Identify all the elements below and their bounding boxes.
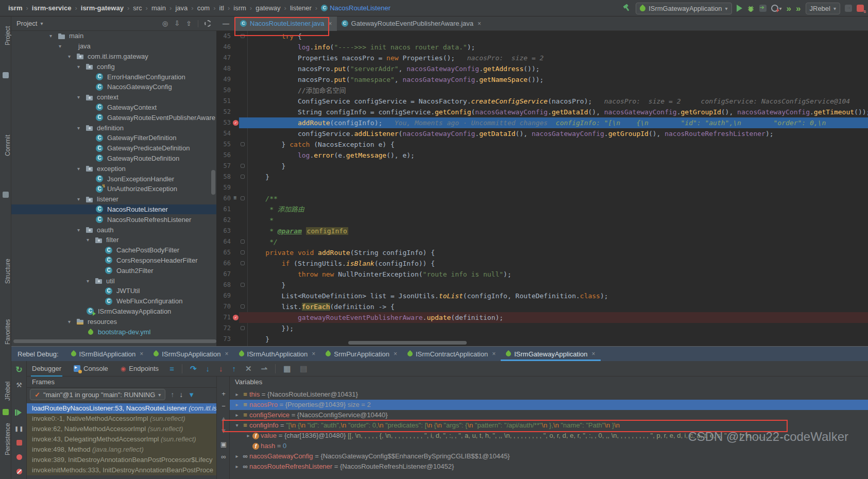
run-to-cursor-icon[interactable]: ⇀	[258, 364, 271, 373]
line-number[interactable]: 46	[216, 42, 231, 53]
line-number[interactable]: 73	[216, 334, 231, 345]
stack-frame-row[interactable]: invoke0:-1, NativeMethodAccessorImpl (su…	[27, 414, 216, 424]
mute-breakpoints-icon[interactable]	[15, 467, 23, 475]
fold-marker-icon[interactable]	[241, 283, 245, 287]
breadcrumb-item[interactable]: isrm	[7, 4, 23, 12]
stop-icon[interactable]	[15, 438, 23, 447]
breadcrumb-item[interactable]: com	[196, 4, 211, 12]
tree-item[interactable]: CJsonExceptionHandler	[11, 174, 216, 184]
watch-return-values-icon[interactable]: ∞	[217, 453, 230, 460]
expand-all-icon[interactable]: ⇩	[174, 20, 180, 27]
line-number[interactable]: 71	[216, 312, 231, 323]
thread-select[interactable]: ✓ "main"@1 in group "main": RUNNING ▾	[30, 389, 165, 400]
layout-menu-icon[interactable]: ≡	[166, 364, 178, 373]
tree-item[interactable]: CNacosRouteListener	[11, 204, 216, 215]
stripe-favorites[interactable]: Favorites	[0, 315, 11, 348]
move-up-icon[interactable]: ▲	[217, 415, 230, 422]
expander-icon[interactable]: ▸	[244, 431, 252, 441]
drop-frame-icon[interactable]: ✕	[242, 364, 256, 373]
variable-row[interactable]: ▸≡nacosPro = {Properties@10439} size = 2	[230, 400, 868, 410]
tree-item[interactable]: ▾java	[11, 41, 216, 52]
build-hammer-icon[interactable]	[623, 4, 631, 12]
line-number[interactable]: 48	[216, 63, 231, 74]
line-number[interactable]: 50	[216, 85, 231, 96]
breakpoint-icon[interactable]: ✓	[233, 315, 239, 320]
jrebel-run-icon[interactable]: »	[787, 4, 791, 13]
move-down-icon[interactable]: ▼	[217, 427, 230, 435]
tree-item[interactable]: CGatewayRouteDefinition	[11, 153, 216, 164]
stripe-jrebel[interactable]: JRebel	[0, 377, 11, 405]
breakpoint-icon[interactable]: ✓	[233, 120, 239, 126]
project-panel-title[interactable]: Project	[16, 20, 37, 27]
breadcrumb-item[interactable]: isrm-gateway	[80, 4, 125, 12]
remove-watch-icon[interactable]: −	[217, 402, 230, 410]
line-number[interactable]: 58	[216, 172, 231, 182]
fold-marker-icon[interactable]	[241, 304, 245, 309]
line-number[interactable]: 60	[216, 193, 231, 204]
tree-item[interactable]: ▾config	[11, 61, 216, 72]
fold-marker-icon[interactable]	[241, 175, 245, 179]
line-number[interactable]: 63	[216, 226, 231, 236]
variable-row[interactable]: ▾≡configInfo = "[\n {\n "id": "auth",\n …	[230, 420, 868, 431]
step-over-icon[interactable]: ↷	[186, 364, 200, 373]
tree-item[interactable]: CGatewayContext	[11, 102, 216, 113]
line-number[interactable]: 66	[216, 258, 231, 269]
tree-item[interactable]: CCachePostBodyFilter	[11, 245, 216, 255]
prev-frame-icon[interactable]: ↑	[171, 390, 174, 399]
tree-item[interactable]: CGatewayFilterDefinition	[11, 133, 216, 143]
tree-item[interactable]: ▾context	[11, 92, 216, 102]
pause-icon[interactable]	[15, 424, 23, 432]
close-icon[interactable]: ×	[312, 350, 315, 357]
tree-item[interactable]: CWebFluxConfiguration	[11, 296, 216, 306]
close-icon[interactable]: ×	[140, 350, 143, 357]
hide-panel-icon[interactable]: —	[216, 20, 235, 27]
breadcrumb-item[interactable]: isrm-service	[31, 4, 73, 12]
variable-row[interactable]: ▸≡configService = {NacosConfigService@10…	[230, 410, 868, 420]
fold-marker-icon[interactable]	[241, 142, 245, 146]
expander-icon[interactable]: ▸	[233, 451, 241, 461]
evaluate-expression-icon[interactable]: ▦	[280, 364, 294, 373]
debug-session-tab[interactable]: ISrmGatewayApplication×	[501, 347, 600, 361]
line-number[interactable]: 53	[216, 117, 231, 128]
close-icon[interactable]: ×	[394, 350, 397, 357]
collapse-all-icon[interactable]: ⇧	[186, 20, 192, 27]
filter-frames-icon[interactable]: ▼	[188, 391, 195, 399]
line-number[interactable]: 68	[216, 280, 231, 290]
line-number[interactable]: 69	[216, 290, 231, 301]
duplicate-icon[interactable]: ▣	[217, 440, 230, 448]
stripe-structure[interactable]: Structure	[0, 254, 11, 288]
tree-item[interactable]: bootstrap-dev.yml	[11, 327, 216, 337]
line-number[interactable]: 61	[216, 204, 231, 215]
variable-row[interactable]: ▸≡this = {NacosRouteListener@10431}	[230, 389, 868, 400]
line-number[interactable]: 52	[216, 107, 231, 117]
tree-item[interactable]: CErrorHandlerConfiguration	[11, 72, 216, 82]
tree-item[interactable]: CNacosRouteRefreshListener	[11, 214, 216, 225]
line-number[interactable]: 49	[216, 74, 231, 85]
tree-item[interactable]: CJWTUtil	[11, 286, 216, 296]
breadcrumb-item[interactable]: listener	[289, 4, 313, 12]
next-frame-icon[interactable]: ↓	[179, 390, 183, 399]
debug-session-tab[interactable]: ISrmBidApplication×	[66, 347, 149, 361]
stack-frame-row[interactable]: invoke:498, Method (java.lang.reflect)	[27, 444, 216, 455]
tree-item[interactable]: ▾resources	[11, 316, 216, 327]
force-step-into-icon[interactable]: ↓	[215, 364, 227, 373]
breadcrumb-item[interactable]: gateway	[254, 4, 281, 12]
close-icon[interactable]: ×	[329, 20, 332, 27]
tree-item[interactable]: ▾com.itl.isrm.gateway	[11, 52, 216, 62]
tree-item[interactable]: ▾listener	[11, 194, 216, 204]
expander-icon[interactable]: ▾	[233, 420, 241, 431]
expander-icon[interactable]: ▸	[233, 461, 241, 472]
line-number[interactable]: 54	[216, 128, 231, 139]
jrebel-select[interactable]: JRebel ▾	[806, 3, 841, 14]
run-configuration-select[interactable]: ISrmGatewayApplication ▾	[636, 3, 731, 14]
line-number[interactable]: 57	[216, 161, 231, 172]
debug-session-tab[interactable]: ISrmSupApplication×	[148, 347, 233, 361]
breadcrumb-item[interactable]: CNacosRouteListener	[320, 4, 392, 12]
tree-item[interactable]: ▾exception	[11, 163, 216, 174]
breadcrumb-item[interactable]: java	[174, 4, 189, 12]
line-number[interactable]: 67	[216, 269, 231, 280]
breadcrumb-item[interactable]: itl	[218, 4, 225, 12]
tree-item[interactable]: CGatewayPredicateDefinition	[11, 143, 216, 153]
tab-endpoints[interactable]: ◉Endpoints	[115, 361, 164, 377]
locate-file-icon[interactable]: ◎	[162, 20, 168, 27]
